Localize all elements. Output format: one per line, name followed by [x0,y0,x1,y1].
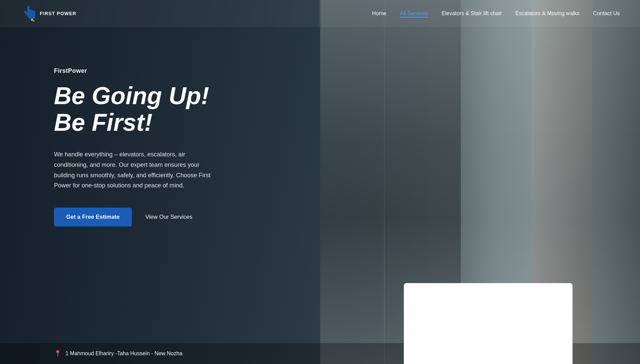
logo-icon [20,4,37,23]
location-icon: 📍 [54,350,61,357]
nav-item-contact[interactable]: Contact Us [593,10,620,17]
nav-link-home[interactable]: Home [372,10,387,16]
cta-secondary-link[interactable]: View Our Services [145,214,193,220]
hero-actions: Get a Free Estimate View Our Services [54,208,216,226]
brand-name: FIRST POWER [40,11,76,16]
nav-item-home[interactable]: Home [372,10,387,17]
nav-item-elevators[interactable]: Elevators & Stair lift chair [442,10,502,17]
nav-item-escalators[interactable]: Escalators & Moving walks [516,10,580,17]
nav-link-escalators[interactable]: Escalators & Moving walks [516,10,580,16]
svg-point-0 [31,19,33,21]
svg-point-1 [33,20,34,22]
navbar: FIRST POWER Home All Services Elevators … [0,0,640,27]
hero-brand-label: FirstPower [54,67,216,74]
cta-primary-button[interactable]: Get a Free Estimate [54,208,132,226]
nav-item-all-services[interactable]: All Services [400,10,428,17]
nav-menu: Home All Services Elevators & Stair lift… [372,10,620,17]
brand-logo [20,4,37,23]
hero-title: Be Going Up! Be First! [54,83,216,136]
hero-section: FIRST POWER Home All Services Elevators … [0,0,640,364]
bottom-card [404,283,573,364]
address-text: 1 Mahmoud Elhariry -Taha Hussein - New N… [65,351,183,357]
nav-link-contact[interactable]: Contact Us [593,10,620,16]
hero-content: FirstPower Be Going Up! Be First! We han… [0,27,270,267]
nav-link-all-services[interactable]: All Services [400,10,428,18]
nav-link-elevators[interactable]: Elevators & Stair lift chair [442,10,502,16]
hero-description: We handle everything – elevators, escala… [54,149,216,190]
brand-logo-link[interactable]: FIRST POWER [20,4,76,23]
